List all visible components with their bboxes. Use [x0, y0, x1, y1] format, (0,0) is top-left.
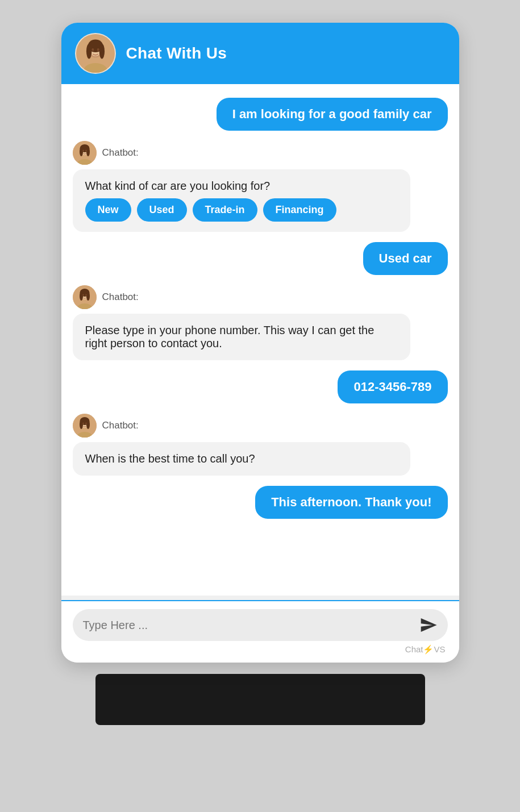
bot-label-3: Chatbot:: [102, 420, 139, 431]
qr-used[interactable]: Used: [137, 198, 187, 222]
messages-area: I am looking for a good family car: [61, 84, 459, 596]
input-area: Chat⚡VS: [61, 601, 459, 663]
qr-tradein[interactable]: Trade-in: [193, 198, 257, 222]
bot-text-2: Please type in your phone number. This w…: [85, 324, 375, 349]
svg-point-15: [85, 150, 86, 152]
svg-point-21: [86, 292, 90, 301]
svg-point-28: [80, 420, 83, 429]
qr-financing[interactable]: Financing: [263, 198, 336, 222]
header-avatar: [75, 33, 116, 74]
black-bar: [95, 674, 425, 725]
bot-label-2: Chatbot:: [102, 292, 139, 303]
bot-group-2: Chatbot: Please type in your phone numbe…: [73, 285, 448, 360]
bot-group-1: Chatbot: What kind of car are you lookin…: [73, 141, 448, 232]
svg-point-14: [82, 150, 84, 152]
svg-point-5: [99, 44, 104, 59]
svg-point-23: [85, 294, 86, 296]
svg-point-13: [86, 147, 90, 156]
user-message-1: I am looking for a good family car: [217, 98, 448, 131]
user-message-2: Used car: [363, 242, 448, 275]
qr-new[interactable]: New: [85, 198, 131, 222]
brand-text: Chat: [405, 644, 423, 654]
svg-point-12: [80, 147, 83, 156]
quick-replies: New Used Trade-in Financing: [85, 198, 398, 222]
bot-bubble-1: What kind of car are you looking for? Ne…: [73, 169, 410, 232]
brand-bolt: ⚡: [423, 644, 434, 654]
svg-point-30: [82, 423, 84, 424]
bot-label-row-1: Chatbot:: [73, 141, 448, 165]
svg-point-6: [91, 48, 94, 51]
branding: Chat⚡VS: [73, 644, 448, 658]
svg-point-29: [86, 420, 90, 429]
bot-label-row-2: Chatbot:: [73, 285, 448, 309]
bot-group-3: Chatbot: When is the best time to call y…: [73, 414, 448, 476]
bot-avatar-1: [73, 141, 97, 165]
bot-bubble-2: Please type in your phone number. This w…: [73, 314, 410, 360]
bot-avatar-3: [73, 414, 97, 438]
message-input[interactable]: [83, 619, 413, 632]
chat-header: Chat With Us: [61, 23, 459, 84]
svg-point-22: [82, 294, 84, 296]
svg-point-4: [86, 44, 91, 59]
bot-text-1: What kind of car are you looking for?: [85, 180, 271, 192]
chat-title: Chat With Us: [126, 44, 227, 63]
bot-bubble-3: When is the best time to call you?: [73, 442, 410, 476]
input-row: [73, 609, 448, 641]
send-button[interactable]: [419, 616, 438, 634]
brand-suffix: VS: [434, 644, 445, 654]
bot-label-row-3: Chatbot:: [73, 414, 448, 438]
svg-point-7: [97, 48, 99, 51]
bot-avatar-2: [73, 285, 97, 309]
svg-point-20: [80, 292, 83, 301]
user-message-3: 012-3456-789: [338, 370, 447, 403]
bot-text-3: When is the best time to call you?: [85, 452, 255, 465]
svg-point-31: [85, 423, 86, 424]
send-icon: [419, 616, 438, 634]
bot-label-1: Chatbot:: [102, 147, 139, 159]
chat-widget: Chat With Us I am looking for a good fam…: [61, 23, 459, 663]
user-message-4: This afternoon. Thank you!: [255, 486, 447, 519]
